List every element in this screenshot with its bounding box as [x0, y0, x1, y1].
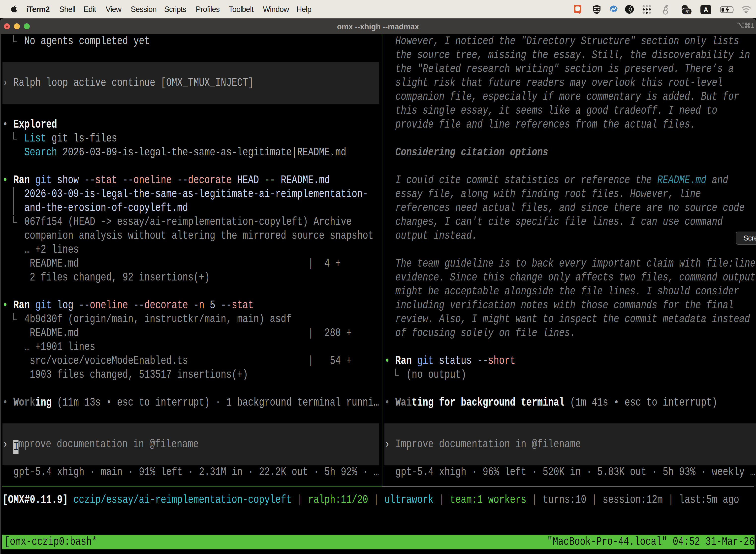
svg-text:A: A	[704, 6, 708, 13]
svg-text:1: 1	[751, 22, 754, 29]
svg-text:..61: ..61	[683, 9, 690, 14]
